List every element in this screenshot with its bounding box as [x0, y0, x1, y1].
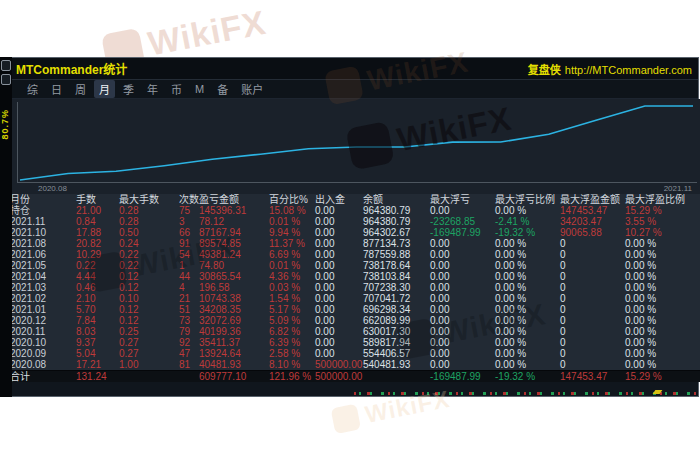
table-cell: 0.50	[119, 227, 179, 238]
month-cell: 2020.08	[10, 359, 76, 370]
table-cell: 540481.93	[363, 359, 430, 370]
table-row[interactable]: 2021.110.840.28378.120.01 %0.00964380.79…	[2, 216, 700, 227]
table-cell: 8.03	[76, 326, 119, 337]
table-cell: 0.00	[315, 315, 363, 326]
table-total-row[interactable]: 合计131.24609777.10121.96 %500000.00-16948…	[2, 370, 700, 382]
title-bar[interactable]: MTCommander统计 复盘侠http://MTCommander.com	[2, 58, 698, 80]
menu-item-5[interactable]: 季	[118, 80, 139, 98]
month-cell: 2021.04	[10, 271, 76, 282]
menu-item-10[interactable]: 账户	[236, 80, 268, 98]
table-cell: 0	[560, 326, 625, 337]
table-cell: 0	[560, 348, 625, 359]
table-cell: 5.04	[76, 348, 119, 359]
table-row[interactable]: 2021.030.460.124196.580.03 %0.00707238.3…	[2, 282, 700, 293]
table-cell: 4.44	[76, 271, 119, 282]
month-cell: 2021.08	[10, 238, 76, 249]
table-row[interactable]: 2021.0610.290.225449381.246.69 %0.007875…	[2, 249, 700, 260]
table-row[interactable]: 2021.1017.880.506687167.949.94 %0.009643…	[2, 227, 700, 238]
table-cell: 次数	[179, 194, 199, 205]
table-cell: 35411.37	[199, 337, 269, 348]
table-cell: 0.00 %	[495, 359, 560, 370]
menu-item-2[interactable]: 日	[46, 80, 67, 98]
menu-item-1[interactable]: 综	[22, 80, 43, 98]
menu-item-3[interactable]: 周	[70, 80, 91, 98]
table-cell: 964380.79	[363, 205, 430, 216]
table-row[interactable]: 2021.015.700.125134208.355.17 %0.0069629…	[2, 304, 700, 315]
table-cell: 32072.69	[199, 315, 269, 326]
table-cell: 17.21	[76, 359, 119, 370]
mtcommander-window: MTCommander统计 复盘侠http://MTCommander.com …	[1, 57, 699, 397]
table-cell: 500000.00	[315, 359, 363, 370]
table-cell: 0.00 %	[625, 293, 700, 304]
table-cell: 15.08 %	[269, 205, 315, 216]
month-cell: 2021.06	[10, 249, 76, 260]
table-cell: 66	[179, 227, 199, 238]
table-cell: 0.00 %	[625, 271, 700, 282]
table-cell: 0.01 %	[269, 260, 315, 271]
table-cell: 0.00	[315, 326, 363, 337]
table-row[interactable]: 2020.127.840.127332072.695.09 %0.0066208…	[2, 315, 700, 326]
table-cell: 0.00	[430, 359, 495, 370]
month-cell: 2021.01	[10, 304, 76, 315]
table-row[interactable]: 2020.118.030.257940199.366.82 %0.0063001…	[2, 326, 700, 337]
table-cell: 0.00 %	[495, 315, 560, 326]
table-cell: 196.58	[199, 282, 269, 293]
month-cell: 2021.05	[10, 260, 76, 271]
brand-link[interactable]: 复盘侠http://MTCommander.com	[528, 61, 692, 77]
table-cell: 0.28	[119, 205, 179, 216]
brand-url: http://MTCommander.com	[565, 64, 692, 76]
table-cell: 0.28	[119, 216, 179, 227]
table-cell: 0.22	[119, 249, 179, 260]
table-cell: 0.00	[315, 293, 363, 304]
table-cell: 147453.47	[560, 205, 625, 216]
table-row[interactable]: 持仓21.000.2875145396.3115.08 %0.00964380.…	[2, 205, 700, 216]
menu-item-8[interactable]: M	[190, 82, 209, 96]
background-candles-sliver	[354, 392, 698, 395]
table-cell: -19.32 %	[495, 227, 560, 238]
menu-item-4[interactable]: 月	[94, 80, 115, 98]
table-row[interactable]: 2021.022.100.102110743.381.54 %0.0070704…	[2, 293, 700, 304]
equity-line	[18, 102, 697, 182]
month-cell: 月份	[10, 194, 76, 205]
table-cell: 0.00 %	[495, 260, 560, 271]
menu-item-6[interactable]: 年	[142, 80, 163, 98]
table-row[interactable]: 2021.050.220.22174.800.01 %0.00738178.64…	[2, 260, 700, 271]
table-cell: 0.00 %	[625, 238, 700, 249]
table-cell	[119, 371, 179, 383]
table-cell: 3	[179, 216, 199, 227]
table-cell: 145396.31	[199, 205, 269, 216]
table-cell: 9.94 %	[269, 227, 315, 238]
table-cell: 0.00 %	[625, 359, 700, 370]
table-cell: 0.00 %	[625, 348, 700, 359]
table-cell: 964302.67	[363, 227, 430, 238]
table-cell: 手数	[76, 194, 119, 205]
table-cell: 0.24	[119, 238, 179, 249]
table-row[interactable]: 2020.109.370.279235411.376.39 %0.0058981…	[2, 337, 700, 348]
menu-item-7[interactable]: 币	[166, 80, 187, 98]
table-row[interactable]: 2020.095.040.274713924.642.58 %0.0055440…	[2, 348, 700, 359]
table-cell: 4	[179, 282, 199, 293]
table-cell: 0.00 %	[495, 293, 560, 304]
table-row[interactable]: 2020.0817.211.008140481.938.10 %500000.0…	[2, 359, 700, 370]
table-cell: 78.12	[199, 216, 269, 227]
month-cell: 2020.10	[10, 337, 76, 348]
table-cell: 7.84	[76, 315, 119, 326]
table-cell: -19.32 %	[495, 371, 560, 383]
table-cell: 964380.79	[363, 216, 430, 227]
table-cell: 0.00 %	[495, 249, 560, 260]
table-cell: 21.00	[76, 205, 119, 216]
table-cell: 630017.30	[363, 326, 430, 337]
table-cell: 0.00	[430, 238, 495, 249]
table-cell: 696298.34	[363, 304, 430, 315]
table-cell: 0.12	[119, 282, 179, 293]
table-row[interactable]: 2021.044.440.124430865.544.36 %0.0073810…	[2, 271, 700, 282]
table-row[interactable]: 2021.0820.820.249189574.8511.37 %0.00877…	[2, 238, 700, 249]
table-cell: 15.29 %	[625, 371, 700, 383]
menu-item-9[interactable]: 备	[212, 80, 233, 98]
table-cell: 0.00	[315, 348, 363, 359]
table-cell: 0.00	[430, 326, 495, 337]
x-axis-start-label: 2020.08	[38, 184, 67, 193]
table-cell: 0.00	[430, 337, 495, 348]
table-cell: -2.41 %	[495, 216, 560, 227]
table-cell: 6.82 %	[269, 326, 315, 337]
